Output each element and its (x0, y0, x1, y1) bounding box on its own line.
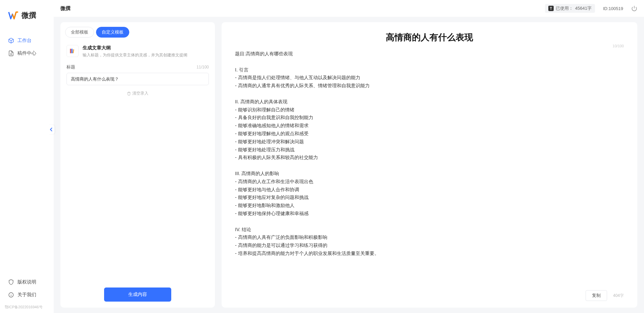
sidebar: 微撰 工作台 稿件中心 版权说明 (0, 0, 54, 313)
right-panel: 高情商的人有什么表现 10/100 题目:高情商的人有哪些表现 I. 引言 - … (222, 22, 637, 308)
left-panel: 全部模板 自定义模板 生成文章大纲 输入标题，为你提供文章主体的灵感，并为其创建… (60, 22, 215, 308)
sidebar-item-drafts[interactable]: 稿件中心 (3, 47, 50, 60)
sidebar-item-copyright[interactable]: 版权说明 (3, 276, 50, 289)
power-icon (631, 5, 637, 11)
copy-button[interactable]: 复制 (586, 290, 607, 301)
nav-main: 工作台 稿件中心 (0, 34, 54, 276)
nav-bottom: 版权说明 关于我们 (0, 276, 54, 305)
right-footer: 复制 404字 (222, 285, 637, 308)
field-label-row: 标题 11/100 (66, 64, 209, 70)
tab-custom-templates[interactable]: 自定义模板 (96, 27, 129, 38)
usage-badge: T 已使用： 45641字 (545, 4, 595, 13)
svg-rect-5 (72, 49, 73, 53)
template-tabs: 全部模板 自定义模板 (60, 22, 215, 40)
usage-value: 45641字 (575, 5, 592, 11)
output-title-count: 10/100 (612, 44, 624, 48)
cube-icon (8, 38, 14, 44)
template-title: 生成文章大纲 (83, 45, 187, 51)
logout-button[interactable] (631, 5, 637, 11)
title-input[interactable] (66, 73, 209, 85)
form-section: 标题 11/100 清空录入 (60, 64, 215, 102)
template-books-icon (66, 45, 79, 57)
sidebar-item-label: 稿件中心 (17, 50, 36, 56)
sidebar-item-label: 工作台 (17, 38, 32, 44)
field-count: 11/100 (196, 65, 209, 69)
right-body: 高情商的人有什么表现 10/100 题目:高情商的人有哪些表现 I. 引言 - … (222, 22, 637, 285)
output-title-wrap: 高情商的人有什么表现 10/100 (235, 32, 624, 43)
logo-icon (8, 10, 19, 21)
output-text: 题目:高情商的人有哪些表现 I. 引言 - 高情商是指人们处理情绪、与他人互动以… (235, 50, 624, 258)
shield-icon (8, 279, 14, 285)
user-id: ID:100519 (603, 6, 623, 11)
page-title: 微撰 (60, 5, 71, 12)
field-label: 标题 (66, 64, 75, 70)
svg-rect-4 (70, 49, 71, 53)
output-char-count: 404字 (613, 293, 624, 299)
template-meta: 生成文章大纲 输入标题，为你提供文章主体的灵感，并为其创建推文提纲 (83, 45, 187, 58)
clear-input-button[interactable]: 清空录入 (66, 85, 209, 102)
content-area: 全部模板 自定义模板 生成文章大纲 输入标题，为你提供文章主体的灵感，并为其创建… (54, 17, 644, 313)
text-count-icon: T (548, 6, 554, 11)
usage-label: 已使用： (556, 5, 573, 11)
trash-icon (127, 92, 131, 96)
brand-logo: 微撰 (0, 10, 54, 34)
left-footer: 生成内容 (60, 281, 215, 308)
output-title: 高情商的人有什么表现 (235, 32, 624, 43)
sidebar-item-label: 版权说明 (17, 279, 36, 285)
template-card: 生成文章大纲 输入标题，为你提供文章主体的灵感，并为其创建推文提纲 (60, 40, 215, 64)
sidebar-item-workbench[interactable]: 工作台 (3, 34, 50, 47)
topbar: 微撰 T 已使用： 45641字 ID:100519 (54, 0, 644, 17)
sidebar-item-label: 关于我们 (17, 292, 36, 298)
sidebar-item-about[interactable]: 关于我们 (3, 289, 50, 301)
main: 微撰 T 已使用： 45641字 ID:100519 全部模板 自定 (54, 0, 644, 313)
svg-rect-6 (73, 49, 74, 53)
info-icon (8, 292, 14, 298)
brand-name: 微撰 (21, 10, 36, 20)
template-desc: 输入标题，为你提供文章主体的灵感，并为其创建推文提纲 (83, 52, 187, 58)
tab-all-templates[interactable]: 全部模板 (65, 27, 94, 38)
generate-button[interactable]: 生成内容 (104, 288, 171, 302)
doc-icon (8, 50, 14, 56)
icp-text: 鄂ICP备2022016946号 (0, 305, 54, 313)
sidebar-collapse-handle[interactable] (48, 125, 54, 134)
topbar-right: T 已使用： 45641字 ID:100519 (545, 4, 637, 13)
